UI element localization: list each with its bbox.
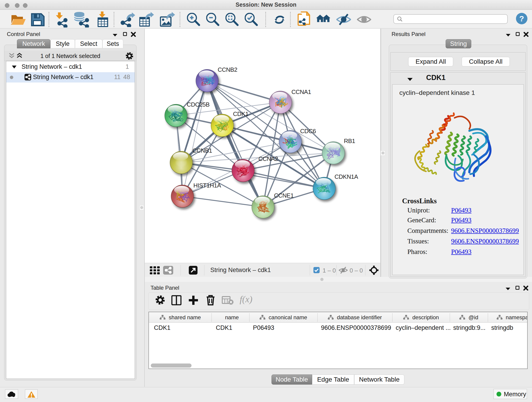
- svg-text:CDK1: CDK1: [233, 110, 248, 117]
- svg-text:CCNE1: CCNE1: [274, 192, 294, 199]
- svg-text:CDKN1A: CDKN1A: [335, 173, 358, 180]
- svg-text:CDC6: CDC6: [300, 128, 316, 134]
- svg-text:HIST1H1A: HIST1H1A: [193, 182, 221, 189]
- svg-text:CCNB1: CCNB1: [192, 147, 212, 154]
- svg-text:CCNA1: CCNA1: [291, 89, 311, 95]
- svg-text:CCNA2: CCNA2: [259, 155, 278, 162]
- svg-text:RB1: RB1: [344, 138, 355, 144]
- svg-text:CCNB2: CCNB2: [218, 66, 237, 73]
- svg-text:CDC25B: CDC25B: [187, 101, 210, 108]
